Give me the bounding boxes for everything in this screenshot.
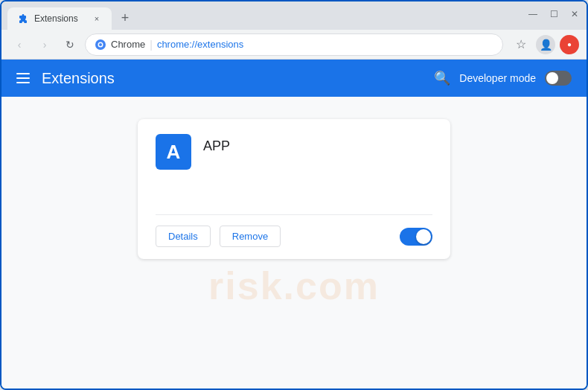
record-icon: ● xyxy=(567,40,572,48)
watermark-text: risk.com xyxy=(208,263,380,308)
refresh-button[interactable]: ↻ xyxy=(60,34,80,55)
extensions-header: Extensions 🔍 Developer mode xyxy=(1,60,587,97)
profile-avatar[interactable]: 👤 xyxy=(536,35,555,54)
dev-mode-label: Developer mode xyxy=(459,72,536,84)
card-top: A APP xyxy=(156,134,432,170)
remove-button[interactable]: Remove xyxy=(220,226,281,247)
maximize-button[interactable]: ☐ xyxy=(548,9,560,19)
search-icon[interactable]: 🔍 xyxy=(434,70,450,86)
svg-point-2 xyxy=(99,43,102,46)
extension-icon: A xyxy=(156,134,191,170)
tab-bar: Extensions × + xyxy=(7,1,521,30)
record-button[interactable]: ● xyxy=(560,35,579,54)
star-icon: ☆ xyxy=(516,37,526,51)
page-content: 🔍 risk.com A APP Details Remove xyxy=(1,97,587,389)
refresh-icon: ↻ xyxy=(65,39,74,51)
extension-toggle-knob xyxy=(416,229,431,244)
forward-icon: › xyxy=(43,39,47,51)
active-tab[interactable]: Extensions × xyxy=(7,7,112,30)
address-bar[interactable]: Chrome | chrome://extensions xyxy=(85,33,503,56)
minimize-button[interactable]: — xyxy=(527,9,539,19)
back-button[interactable]: ‹ xyxy=(9,34,30,55)
page-title: Extensions xyxy=(42,70,115,87)
forward-button[interactable]: › xyxy=(34,34,55,55)
menu-button[interactable] xyxy=(16,73,30,83)
extension-toggle[interactable] xyxy=(400,228,432,246)
details-button[interactable]: Details xyxy=(156,226,211,247)
tab-title: Extensions xyxy=(34,13,78,24)
hamburger-line-2 xyxy=(16,77,30,79)
developer-mode-toggle[interactable] xyxy=(545,71,572,86)
title-bar: Extensions × + — ☐ ✕ xyxy=(1,1,587,30)
bookmark-button[interactable]: ☆ xyxy=(511,34,531,55)
address-separator: | xyxy=(150,39,153,51)
header-right: 🔍 Developer mode xyxy=(434,70,572,86)
profile-icon: 👤 xyxy=(540,39,552,51)
extensions-tab-icon xyxy=(16,13,28,25)
back-icon: ‹ xyxy=(18,39,22,51)
new-tab-button[interactable]: + xyxy=(115,7,135,28)
extension-card: A APP Details Remove xyxy=(138,119,450,259)
browser-window: Extensions × + — ☐ ✕ ‹ › ↻ C xyxy=(0,0,588,390)
nav-bar: ‹ › ↻ Chrome | chrome://extensions ☆ 👤 xyxy=(1,30,587,60)
site-name: Chrome xyxy=(111,39,145,50)
address-url: chrome://extensions xyxy=(157,39,243,50)
close-button[interactable]: ✕ xyxy=(569,9,581,19)
toggle-knob xyxy=(546,72,558,84)
window-controls: — ☐ ✕ xyxy=(527,9,581,19)
chrome-icon xyxy=(95,39,106,51)
extension-icon-letter: A xyxy=(167,141,181,164)
extension-name: APP xyxy=(203,138,230,154)
tab-close-button[interactable]: × xyxy=(91,13,103,25)
hamburger-line-1 xyxy=(16,73,30,74)
nav-right-controls: ☆ 👤 ● xyxy=(511,34,579,55)
card-bottom: Details Remove xyxy=(156,214,432,247)
hamburger-line-3 xyxy=(16,82,30,83)
